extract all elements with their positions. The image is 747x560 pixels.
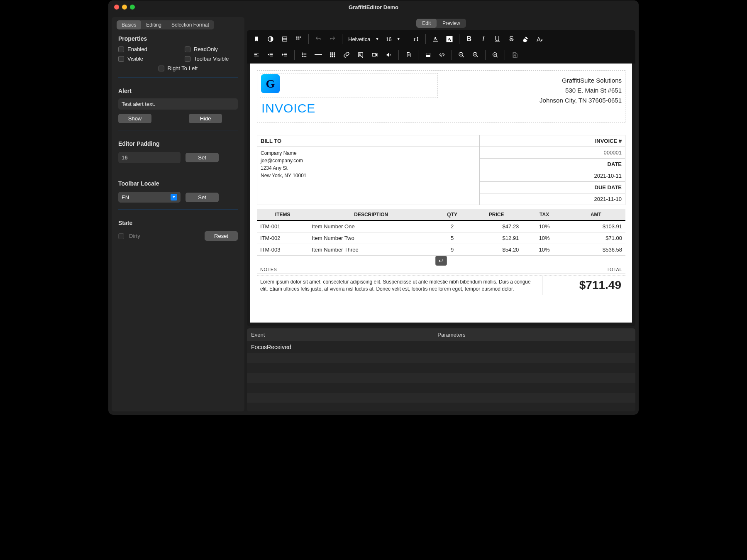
chevron-down-icon: ▼ — [375, 37, 379, 41]
svg-line-46 — [442, 53, 442, 56]
reset-button[interactable]: Reset — [205, 231, 238, 241]
locale-select[interactable]: EN — [118, 192, 181, 203]
padding-input[interactable] — [118, 152, 181, 163]
list-icon[interactable] — [298, 49, 310, 61]
specialchar-icon[interactable] — [293, 33, 305, 45]
insert-row-icon[interactable]: ↵ — [435, 256, 447, 266]
item-sku: ITM-003 — [257, 244, 308, 256]
page-icon[interactable] — [402, 49, 415, 61]
svg-rect-39 — [359, 53, 363, 57]
font-size-select[interactable]: 16▼ — [383, 34, 408, 44]
sidebar-tabs: Basics Editing Selection Format — [117, 20, 214, 29]
event-row-empty — [247, 383, 635, 393]
item-tax: 10% — [522, 244, 566, 256]
tab-basics[interactable]: Basics — [117, 20, 141, 29]
item-desc: Item Number One — [308, 220, 434, 232]
invoice-no-label: INVOICE # — [480, 135, 625, 147]
link-icon[interactable] — [340, 49, 353, 61]
indent-icon[interactable] — [278, 49, 291, 61]
minimize-icon[interactable] — [122, 5, 127, 10]
sidebar: Basics Editing Selection Format Properti… — [112, 17, 244, 411]
save-icon[interactable] — [508, 49, 521, 61]
table-row[interactable]: ITM-002Item Number Two5$12.9110%$71.00 — [257, 232, 625, 244]
svg-rect-56 — [514, 52, 516, 54]
svg-rect-32 — [334, 52, 335, 54]
item-tax: 10% — [522, 232, 566, 244]
audio-icon[interactable] — [383, 49, 395, 61]
visible-checkbox[interactable] — [118, 56, 124, 62]
video-icon[interactable] — [369, 49, 381, 61]
show-button[interactable]: Show — [118, 114, 151, 123]
due-date-value: 2021-11-10 — [480, 193, 625, 205]
zoom-icon[interactable] — [130, 5, 135, 10]
hr-icon[interactable] — [312, 49, 325, 61]
outdent-icon[interactable] — [264, 49, 277, 61]
toolbar-visible-label: Toolbar Visible — [194, 56, 229, 62]
bold-icon[interactable]: B — [463, 33, 475, 45]
readonly-checkbox[interactable] — [185, 46, 190, 52]
layout-icon[interactable] — [278, 33, 291, 45]
font-family-select[interactable]: Helvetica▼ — [346, 34, 381, 44]
strikethrough-icon[interactable]: S — [505, 33, 518, 45]
fullscreen-icon[interactable] — [422, 49, 434, 61]
visible-label: Visible — [127, 56, 143, 62]
hide-button[interactable]: Hide — [189, 114, 222, 123]
company-name: GraffitiSuite Solutions — [444, 76, 622, 86]
underline-icon[interactable]: U — [491, 33, 503, 45]
svg-rect-37 — [332, 56, 333, 57]
table-row[interactable]: ITM-001Item Number One2$47.2310%$103.91 — [257, 220, 625, 232]
invoice-no-value: 000001 — [480, 147, 625, 159]
toolbar-visible-checkbox[interactable] — [185, 56, 190, 62]
svg-rect-5 — [298, 37, 300, 38]
tab-edit[interactable]: Edit — [416, 19, 437, 28]
chevron-down-icon: ▼ — [397, 37, 400, 41]
bill-street: 1234 Any St — [261, 164, 476, 172]
code-icon[interactable] — [436, 49, 448, 61]
svg-rect-38 — [334, 56, 335, 57]
svg-rect-45 — [426, 55, 430, 57]
tab-editing[interactable]: Editing — [141, 20, 166, 29]
print-icon[interactable] — [489, 49, 501, 61]
event-name: FocusReceived — [247, 341, 433, 353]
svg-rect-30 — [330, 52, 331, 54]
bill-to-label: BILL TO — [257, 135, 480, 147]
locale-set-button[interactable]: Set — [186, 193, 219, 202]
document[interactable]: G INVOICE GraffitiSuite Solutions 530 E.… — [250, 64, 632, 323]
align-left-icon[interactable] — [250, 49, 263, 61]
italic-icon[interactable]: I — [477, 33, 489, 45]
zoom-in-icon[interactable] — [469, 49, 482, 61]
item-amt: $71.00 — [566, 232, 625, 244]
svg-rect-35 — [334, 54, 335, 55]
alert-text-input[interactable] — [118, 98, 238, 110]
editor-container: Helvetica▼ 16▼ T A A B I U S A▾ — [247, 30, 635, 326]
bill-to-block: Company Name joe@company.com 1234 Any St… — [257, 147, 480, 205]
rtl-checkbox[interactable] — [159, 66, 164, 71]
clear-format-icon[interactable] — [519, 33, 532, 45]
text-height-icon[interactable]: T — [410, 33, 422, 45]
font-style-icon[interactable]: A▾ — [533, 33, 546, 45]
redo-icon[interactable] — [326, 33, 339, 45]
tab-preview[interactable]: Preview — [437, 19, 466, 28]
item-tax: 10% — [522, 220, 566, 232]
text-color-icon[interactable]: A — [429, 33, 442, 45]
image-icon[interactable] — [354, 49, 367, 61]
table-row[interactable]: ITM-003Item Number Three9$54.2010%$536.5… — [257, 244, 625, 256]
notes-label: NOTES — [257, 265, 542, 274]
locale-value: EN — [122, 194, 129, 201]
contrast-icon[interactable] — [264, 33, 277, 45]
highlight-color-icon[interactable]: A — [443, 33, 456, 45]
editor-viewport[interactable]: G INVOICE GraffitiSuite Solutions 530 E.… — [247, 64, 635, 326]
dirty-label: Dirty — [129, 233, 140, 239]
table-icon[interactable] — [326, 49, 339, 61]
enabled-checkbox[interactable] — [118, 46, 124, 52]
col-items: ITEMS — [257, 209, 308, 220]
bill-email: joe@company.com — [261, 157, 476, 164]
close-icon[interactable] — [114, 5, 119, 10]
zoom-out-icon[interactable] — [455, 49, 468, 61]
item-amt: $103.91 — [566, 220, 625, 232]
padding-set-button[interactable]: Set — [186, 153, 219, 162]
event-row[interactable]: FocusReceived — [247, 341, 635, 353]
undo-icon[interactable] — [312, 33, 325, 45]
tab-selection-format[interactable]: Selection Format — [166, 20, 214, 29]
bookmark-icon[interactable] — [250, 33, 263, 45]
